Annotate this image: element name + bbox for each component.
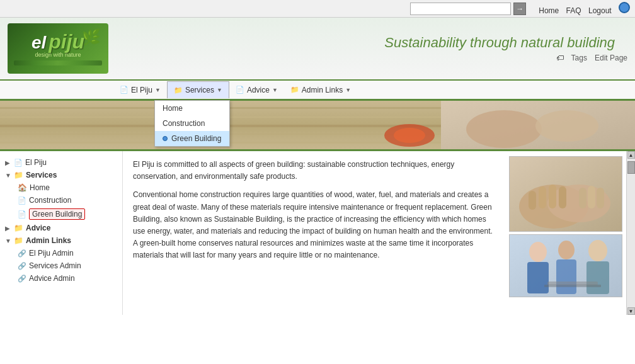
edit-page-link[interactable]: Edit Page [595,54,627,62]
scrollbar[interactable]: ▲ ▼ [626,151,635,315]
svg-point-22 [529,242,547,262]
photo-people-svg [510,234,622,297]
logo-area: el piju 🌿 design with nature [8,23,108,74]
faq-link[interactable]: FAQ [566,6,581,15]
scrollbar-thumb[interactable] [627,161,635,174]
photo-hands [509,156,622,232]
user-icon [619,2,630,13]
folder-icon-admin: 📁 [14,236,23,245]
sidebar-item-services[interactable]: ▼ 📁 Services [0,169,122,181]
photo-column [506,151,626,315]
link-icon-advice-admin: 🔗 [18,275,26,283]
svg-rect-23 [527,262,549,293]
svg-point-26 [588,240,607,261]
folder-icon-advice: 📁 [14,224,23,232]
sidebar-label-el-piju: El Piju [25,158,47,167]
sidebar: ▶ 📄 El Piju ▼ 📁 Services 🏠 Home 📄 Constr… [0,151,123,315]
photo-hands-svg [510,156,622,232]
dropdown-item-construction[interactable]: Construction [155,116,229,131]
sidebar-link-advice-admin[interactable]: Advice Admin [29,274,75,283]
sidebar-item-green-building[interactable]: 📄 Green Building [0,207,122,222]
hero-svg-2 [441,101,635,151]
nav-label-services: Services [185,86,214,94]
toggle-el-piju: ▶ [5,159,11,166]
page-icon-green-building: 📄 [18,210,26,219]
sidebar-label-services: Services [26,171,57,179]
logo-piju: piju [49,31,84,52]
header-right: Sustainability through natural building … [384,35,627,62]
page-icon-construction: 📄 [18,196,26,205]
nav-arrow-el-piju: ▼ [155,87,161,93]
hero-banner [0,101,635,151]
svg-rect-14 [529,191,536,210]
scrollbar-down[interactable]: ▼ [627,307,635,315]
nav-arrow-services: ▼ [217,87,222,93]
scrollbar-up[interactable]: ▲ [627,151,635,159]
sidebar-item-el-piju[interactable]: ▶ 📄 El Piju [0,156,122,169]
sidebar-label-admin-links: Admin Links [26,236,71,245]
top-bar-links: Home FAQ Logout [534,2,630,15]
svg-rect-25 [556,259,576,294]
search-area: → [410,3,526,15]
nav-label-admin-links: Admin Links [302,86,343,94]
svg-rect-27 [586,261,609,294]
svg-rect-18 [579,188,586,208]
top-bar: → Home FAQ Logout [0,0,635,18]
svg-rect-19 [588,186,595,208]
nav-item-services[interactable]: 📁 Services ▼ [167,81,229,98]
sidebar-link-elpiju-admin[interactable]: El Piju Admin [29,249,74,258]
logo: el piju 🌿 design with nature [8,23,108,74]
nav-item-admin-links[interactable]: 📁 Admin Links ▼ [284,82,357,98]
sidebar-item-construction[interactable]: 📄 Construction [0,194,122,207]
nav-folder-icon-admin: 📁 [290,86,299,94]
sidebar-item-services-home[interactable]: 🏠 Home [0,181,122,194]
sidebar-item-elpiju-admin[interactable]: 🔗 El Piju Admin [0,247,122,259]
toggle-services: ▼ [5,172,11,179]
logo-subtitle: design with nature [35,52,81,58]
nav-bar: 📄 El Piju ▼ 📁 Services ▼ 📄 Advice ▼ 📁 Ad… [0,81,635,101]
svg-point-10 [535,110,598,142]
nav-page-icon-elpiju: 📄 [120,86,129,94]
sidebar-link-services-home[interactable]: Home [30,183,50,192]
sidebar-item-services-admin[interactable]: 🔗 Services Admin [0,259,122,272]
dropdown-label-green-building: Green Building [171,134,221,143]
dropdown-item-green-building[interactable]: Green Building [155,131,229,146]
svg-point-24 [558,241,575,259]
nav-label-advice: Advice [247,86,270,94]
dropdown-selected-dot [163,136,168,141]
toggle-admin-links: ▼ [5,237,11,244]
search-input[interactable] [410,3,511,15]
toggle-advice: ▶ [5,225,11,232]
header: el piju 🌿 design with nature Sustainabil… [0,18,635,81]
home-link[interactable]: Home [539,6,559,15]
tag-icon: 🏷 [556,54,564,62]
sidebar-item-admin-links[interactable]: ▼ 📁 Admin Links [0,234,122,247]
nav-item-el-piju[interactable]: 📄 El Piju ▼ [113,82,167,98]
content-paragraph-1: El Piju is committed to all aspects of g… [133,159,496,183]
tags-link[interactable]: Tags [571,54,587,62]
svg-rect-20 [597,188,604,208]
svg-point-9 [466,110,542,148]
logout-link[interactable]: Logout [588,6,612,15]
sidebar-item-advice[interactable]: ▶ 📁 Advice [0,222,122,234]
logo-el: el [31,34,46,52]
home-icon: 🏠 [18,183,27,192]
content-paragraph-2: Conventional home construction requires … [133,189,496,261]
nav-page-icon-advice: 📄 [236,86,244,94]
svg-rect-15 [539,186,546,208]
page-icon-el-piju: 📄 [14,159,23,167]
services-dropdown: Home Construction Green Building [154,100,230,147]
nav-folder-icon-services: 📁 [174,86,183,94]
main-area: ▶ 📄 El Piju ▼ 📁 Services 🏠 Home 📄 Constr… [0,151,635,315]
sidebar-link-construction[interactable]: Construction [29,196,71,205]
nav-item-advice[interactable]: 📄 Advice ▼ [229,82,284,98]
tags-edit-area: 🏷 Tags Edit Page [556,54,627,62]
dropdown-item-home[interactable]: Home [155,101,229,116]
hero-image-2 [441,101,635,149]
photo-people [509,234,622,297]
sidebar-item-advice-admin[interactable]: 🔗 Advice Admin [0,272,122,285]
link-icon-elpiju-admin: 🔗 [18,249,26,258]
leaf-icon: 🌿 [82,28,101,46]
sidebar-link-services-admin[interactable]: Services Admin [29,261,81,270]
search-button[interactable]: → [513,3,526,15]
